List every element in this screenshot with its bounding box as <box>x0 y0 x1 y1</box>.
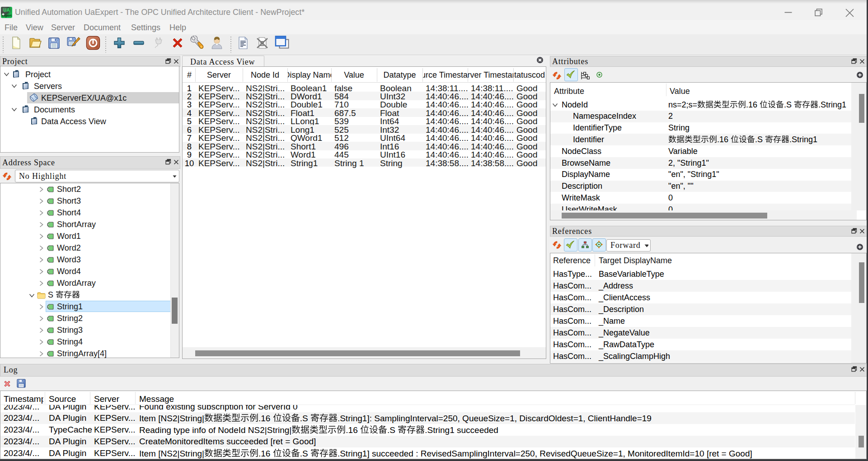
svg-text:UA: UA <box>3 8 9 13</box>
svg-text:expert: expert <box>2 14 12 18</box>
